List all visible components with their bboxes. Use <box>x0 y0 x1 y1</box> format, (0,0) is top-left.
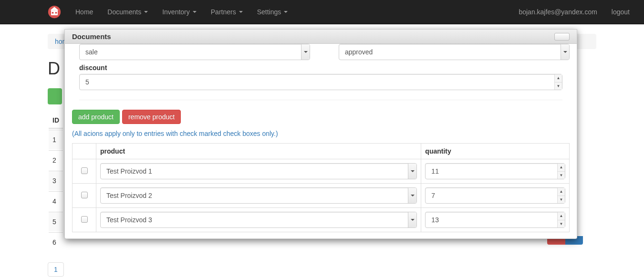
remove-product-button[interactable]: remove product <box>122 110 181 124</box>
shop-icon <box>48 5 61 19</box>
nav-partners[interactable]: Partners <box>204 1 250 23</box>
modal-title: Documents <box>72 32 111 41</box>
document-status-select[interactable]: approved <box>339 44 570 60</box>
quantity-input[interactable]: 7 ▲▼ <box>425 187 565 204</box>
document-type-select[interactable]: sale <box>79 44 310 60</box>
add-button-background[interactable] <box>48 88 62 104</box>
chevron-down-icon <box>408 188 416 203</box>
table-row[interactable]: 1 <box>49 130 63 149</box>
product-row: Test Proizvod 2 7 ▲▼ <box>73 184 570 208</box>
chevron-down-icon <box>301 44 310 60</box>
product-table: product quantity Test Proizvod 1 <box>72 143 570 232</box>
divider <box>79 100 562 100</box>
modal-body: sale approved discount 5 ▲▼ add product … <box>65 44 577 238</box>
actions-note: (All acions apply only to entries with c… <box>72 130 570 137</box>
add-product-button[interactable]: add product <box>72 110 120 124</box>
product-select[interactable]: Test Proizvod 3 <box>100 212 417 228</box>
table-row[interactable]: 5 <box>49 212 63 231</box>
chevron-down-icon <box>408 212 416 227</box>
svg-rect-3 <box>55 12 57 14</box>
discount-input[interactable]: 5 ▲▼ <box>79 74 562 90</box>
caret-icon <box>239 11 243 13</box>
documents-table: ID 1 2 3 4 5 6 <box>48 112 64 253</box>
brand-logo[interactable] <box>7 0 68 24</box>
table-row[interactable]: 2 <box>49 150 63 170</box>
nav-inventory[interactable]: Inventory <box>155 1 204 23</box>
page-number-1[interactable]: 1 <box>48 262 64 277</box>
table-row[interactable]: 3 <box>49 171 63 190</box>
nav-settings[interactable]: Settings <box>250 1 295 23</box>
documents-modal: Documents sale approved discount 5 ▲▼ <box>64 29 577 239</box>
row-checkbox[interactable] <box>81 167 88 174</box>
column-quantity-header: quantity <box>421 144 570 159</box>
table-row[interactable]: 6 <box>49 232 63 252</box>
product-select[interactable]: Test Proizvod 1 <box>100 163 417 179</box>
column-check-header <box>73 144 96 159</box>
row-checkbox[interactable] <box>81 192 88 198</box>
svg-rect-2 <box>52 12 54 14</box>
modal-close-button[interactable] <box>554 33 570 41</box>
row-checkbox[interactable] <box>81 216 88 223</box>
chevron-down-icon <box>408 164 416 179</box>
spinner-icon[interactable]: ▲▼ <box>557 188 565 203</box>
product-row: Test Proizvod 1 11 ▲▼ <box>73 159 570 184</box>
top-navbar: Home Documents Inventory Partners Settin… <box>0 0 644 24</box>
nav-documents[interactable]: Documents <box>100 1 155 23</box>
spinner-icon[interactable]: ▲▼ <box>557 164 565 179</box>
column-product-header: product <box>96 144 421 159</box>
spinner-icon[interactable]: ▲▼ <box>554 74 562 90</box>
caret-icon <box>193 11 197 13</box>
modal-header: Documents <box>65 30 577 44</box>
caret-icon <box>284 11 288 13</box>
nav-user-email[interactable]: bojan.kajfes@yandex.com <box>511 1 604 23</box>
table-row[interactable]: 4 <box>49 191 63 211</box>
spinner-icon[interactable]: ▲▼ <box>557 212 565 227</box>
quantity-input[interactable]: 11 ▲▼ <box>425 163 565 179</box>
product-select[interactable]: Test Proizvod 2 <box>100 187 417 204</box>
nav-home[interactable]: Home <box>68 1 100 23</box>
column-id-header: ID <box>49 113 63 129</box>
product-row: Test Proizvod 3 13 ▲▼ <box>73 208 570 232</box>
nav-logout[interactable]: logout <box>604 1 637 23</box>
discount-label: discount <box>79 64 570 72</box>
chevron-down-icon <box>561 44 569 60</box>
quantity-input[interactable]: 13 ▲▼ <box>425 212 565 228</box>
caret-icon <box>144 11 148 13</box>
